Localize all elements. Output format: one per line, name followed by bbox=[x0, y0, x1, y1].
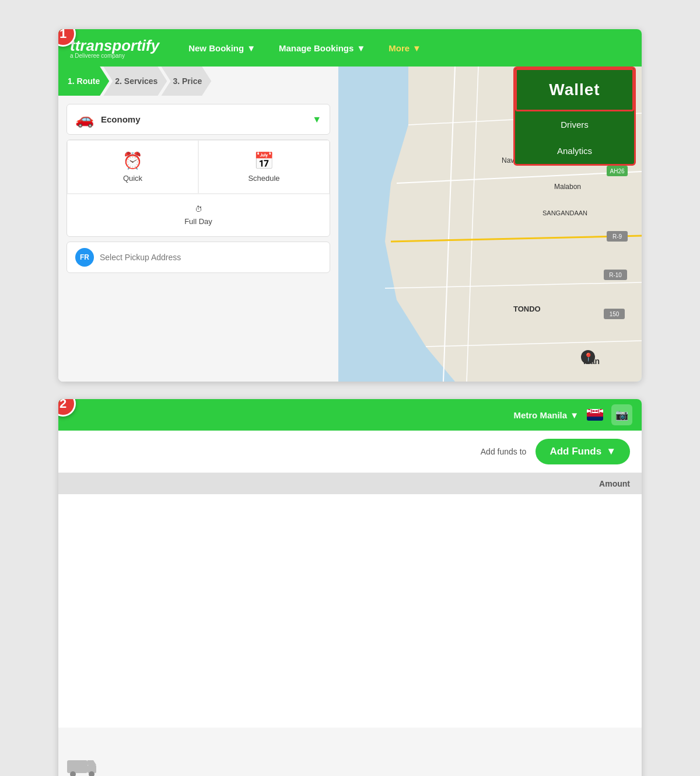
table-content bbox=[58, 494, 642, 728]
pickup-row: FR bbox=[66, 242, 330, 273]
timer-icon: ⏱ bbox=[195, 205, 202, 214]
step-price[interactable]: 3. Price bbox=[161, 67, 211, 96]
table-body: sactions bbox=[58, 494, 642, 776]
new-booking-chevron: ▼ bbox=[247, 43, 256, 53]
step-services[interactable]: 2. Services bbox=[103, 67, 167, 96]
panel-1: 1 ttransportify a Deliveree company New … bbox=[58, 29, 642, 382]
city-dropdown-icon: ▼ bbox=[570, 410, 579, 420]
wallet-menu-item[interactable]: Wallet bbox=[515, 68, 634, 111]
svg-text:150: 150 bbox=[610, 311, 620, 317]
wallet-bar: Add funds to Add Funds ▼ bbox=[58, 431, 642, 473]
add-funds-label: Add Funds bbox=[550, 446, 601, 457]
manage-bookings-button[interactable]: Manage Bookings ▼ bbox=[267, 29, 377, 67]
manage-bookings-label: Manage Bookings bbox=[279, 43, 354, 53]
logo-name: transportify bbox=[75, 37, 159, 54]
camera-icon: 📷 bbox=[615, 408, 628, 421]
table-header: Amount bbox=[58, 473, 642, 494]
booking-fullday-label: Full Day bbox=[184, 217, 212, 226]
svg-text:AH26: AH26 bbox=[610, 168, 624, 174]
booking-row-1: ⏰ Quick 📅 Schedule bbox=[67, 140, 330, 194]
pickup-address-input[interactable] bbox=[100, 253, 321, 262]
new-booking-button[interactable]: New Booking ▼ bbox=[177, 29, 267, 67]
step-route-label: 1. Route bbox=[68, 76, 100, 86]
vehicle-dropdown-icon: ▼ bbox=[312, 114, 321, 125]
svg-text:📍: 📍 bbox=[583, 352, 594, 362]
svg-text:R-9: R-9 bbox=[612, 233, 622, 240]
drivers-label: Drivers bbox=[561, 120, 589, 130]
more-button[interactable]: More ▼ bbox=[377, 29, 433, 67]
booking-schedule-label: Schedule bbox=[248, 174, 279, 183]
more-label: More bbox=[388, 43, 410, 53]
booking-schedule[interactable]: 📅 Schedule bbox=[198, 140, 330, 194]
panel1-body: 1. Route 2. Services 3. Price 🚗 Economy … bbox=[58, 67, 642, 382]
vehicle-label: Economy bbox=[101, 114, 305, 124]
svg-text:R-10: R-10 bbox=[609, 272, 622, 278]
new-booking-label: New Booking bbox=[188, 43, 244, 53]
svg-text:Malabon: Malabon bbox=[554, 183, 581, 191]
sidebar: 1. Route 2. Services 3. Price 🚗 Economy … bbox=[58, 67, 338, 382]
add-funds-chevron: ▼ bbox=[606, 446, 616, 457]
more-chevron: ▼ bbox=[412, 43, 421, 53]
booking-fullday[interactable]: ⏱ Full Day bbox=[67, 194, 330, 236]
svg-marker-31 bbox=[88, 760, 96, 765]
truck-icon bbox=[64, 754, 99, 776]
analytics-label: Analytics bbox=[557, 146, 592, 156]
steps-bar: 1. Route 2. Services 3. Price bbox=[58, 67, 338, 96]
add-funds-button[interactable]: Add Funds ▼ bbox=[536, 439, 630, 464]
fr-badge: FR bbox=[75, 248, 94, 267]
map-area: AH26 AH26 R-9 R-10 150 Valenz KARUHATAN … bbox=[338, 67, 642, 382]
step-services-label: 2. Services bbox=[115, 76, 158, 86]
flag-icon[interactable] bbox=[587, 409, 603, 421]
wallet-label: Wallet bbox=[549, 81, 600, 99]
vehicle-selector[interactable]: 🚗 Economy ▼ bbox=[66, 104, 330, 135]
logo: ttransportify a Deliveree company bbox=[70, 37, 159, 59]
drivers-menu-item[interactable]: Drivers bbox=[515, 111, 634, 138]
panel2-body: Add funds to Add Funds ▼ Amount bbox=[58, 431, 642, 776]
car-icon: 🚗 bbox=[75, 110, 94, 128]
analytics-menu-item[interactable]: Analytics bbox=[515, 138, 634, 164]
city-label: Metro Manila bbox=[513, 410, 567, 420]
calendar-icon: 📅 bbox=[254, 151, 274, 170]
booking-quick[interactable]: ⏰ Quick bbox=[67, 140, 198, 194]
manage-bookings-chevron: ▼ bbox=[356, 43, 365, 53]
city-selector[interactable]: Metro Manila ▼ bbox=[513, 410, 579, 420]
step-price-label: 3. Price bbox=[173, 76, 202, 86]
navbar-2: Metro Manila ▼ 📷 bbox=[58, 399, 642, 431]
dropdown-menu: Wallet Drivers Analytics bbox=[513, 67, 636, 166]
navbar-1: ttransportify a Deliveree company New Bo… bbox=[58, 29, 642, 67]
svg-text:TONDO: TONDO bbox=[513, 305, 541, 313]
booking-types: ⏰ Quick 📅 Schedule ⏱ Full Day bbox=[66, 139, 330, 237]
add-funds-text: Add funds to bbox=[481, 447, 527, 456]
camera-button[interactable]: 📷 bbox=[611, 404, 632, 425]
logo-sub: a Deliveree company bbox=[70, 53, 159, 59]
step-route[interactable]: 1. Route bbox=[58, 67, 109, 96]
svg-text:SANGANDAAN: SANGANDAAN bbox=[542, 209, 587, 216]
clock-icon: ⏰ bbox=[123, 151, 143, 170]
panel-2: 2 Metro Manila ▼ 📷 Add funds to Add Fund… bbox=[58, 399, 642, 776]
svg-rect-29 bbox=[67, 760, 88, 773]
booking-quick-label: Quick bbox=[123, 174, 142, 183]
amount-header: Amount bbox=[599, 479, 630, 488]
